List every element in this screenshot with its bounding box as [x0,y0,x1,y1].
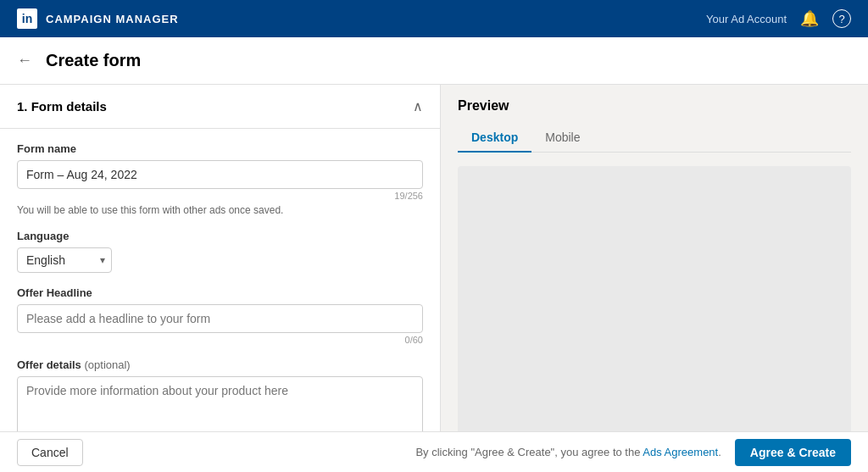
preview-tabs: Desktop Mobile [458,124,851,153]
help-icon[interactable]: ? [832,9,851,28]
top-navigation: in CAMPAIGN MANAGER Your Ad Account 🔔 ? [0,0,868,37]
subheader: ← Create form [0,37,868,85]
topnav-right: Your Ad Account 🔔 ? [706,9,851,28]
offer-details-group: Offer details (optional) 0/160 [17,358,423,431]
account-label: Your Ad Account [706,13,787,25]
form-details-section-header[interactable]: 1. Form details ∧ [0,85,440,129]
tab-mobile[interactable]: Mobile [531,124,593,153]
campaign-manager-brand: CAMPAIGN MANAGER [46,13,179,25]
preview-title: Preview [458,98,851,114]
language-select[interactable]: English French Spanish German Portuguese [17,247,112,273]
section-title: 1. Form details [17,99,107,114]
offer-headline-label: Offer Headline [17,286,423,299]
page-title: Create form [46,51,141,70]
linkedin-logo: in [17,8,37,29]
footer-agree-text: By clicking "Agree & Create", you agree … [415,446,721,458]
agree-create-button[interactable]: Agree & Create [735,439,851,466]
form-name-char-count: 19/256 [17,191,423,201]
footer-right: By clicking "Agree & Create", you agree … [415,439,851,466]
offer-details-label: Offer details (optional) [17,358,423,371]
tab-desktop[interactable]: Desktop [458,124,531,153]
bell-icon[interactable]: 🔔 [800,9,819,28]
right-panel: Preview Desktop Mobile [441,85,868,431]
offer-headline-input[interactable] [17,304,423,333]
left-panel: 1. Form details ∧ Form name 19/256 You w… [0,85,441,431]
collapse-icon: ∧ [413,98,423,114]
main-layout: 1. Form details ∧ Form name 19/256 You w… [0,85,868,431]
topnav-left: in CAMPAIGN MANAGER [17,8,179,29]
form-name-hint: You will be able to use this form with o… [17,204,423,216]
language-label: Language [17,230,423,242]
language-select-wrap: English French Spanish German Portuguese… [17,247,112,273]
offer-headline-char-count: 0/60 [17,335,423,345]
footer-left: Cancel [17,439,83,466]
offer-headline-group: Offer Headline 0/60 [17,286,423,345]
preview-area [458,166,851,431]
back-button[interactable]: ← [17,52,32,69]
language-group: Language English French Spanish German P… [17,230,423,273]
form-name-label: Form name [17,142,423,155]
form-body: Form name 19/256 You will be able to use… [0,129,440,431]
offer-details-textarea[interactable] [17,376,423,431]
footer: Cancel By clicking "Agree & Create", you… [0,431,868,472]
form-name-group: Form name 19/256 You will be able to use… [17,142,423,216]
ads-agreement-link[interactable]: Ads Agreement [643,446,718,458]
form-name-input[interactable] [17,160,423,189]
offer-details-optional: (optional) [84,358,130,371]
cancel-button[interactable]: Cancel [17,439,83,466]
